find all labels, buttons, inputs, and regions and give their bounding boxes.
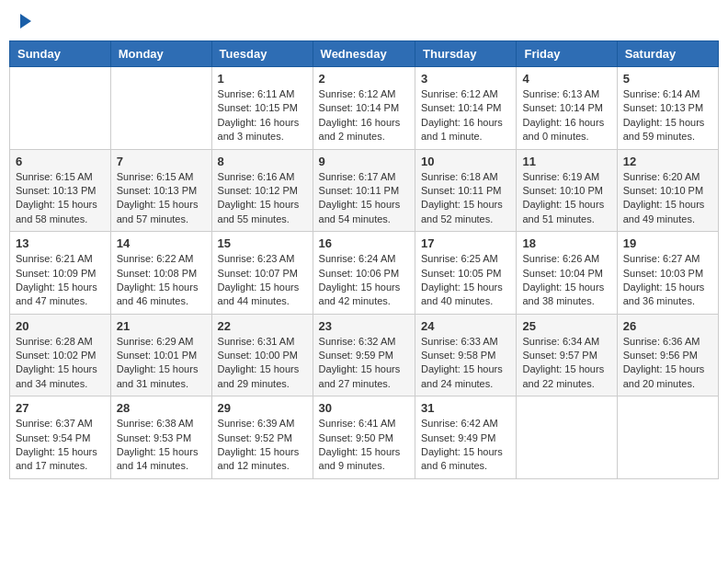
- calendar-week-row: 13Sunrise: 6:21 AM Sunset: 10:09 PM Dayl…: [10, 232, 719, 315]
- calendar-header-row: SundayMondayTuesdayWednesdayThursdayFrid…: [10, 41, 719, 67]
- calendar-cell: 21Sunrise: 6:29 AM Sunset: 10:01 PM Dayl…: [110, 314, 211, 396]
- weekday-header: Thursday: [415, 41, 517, 67]
- day-number: 21: [117, 319, 206, 333]
- calendar-cell: 15Sunrise: 6:23 AM Sunset: 10:07 PM Dayl…: [211, 232, 313, 315]
- day-info: Sunrise: 6:26 AM Sunset: 10:04 PM Daylig…: [522, 252, 610, 309]
- day-info: Sunrise: 6:13 AM Sunset: 10:14 PM Daylig…: [522, 87, 610, 144]
- day-number: 2: [319, 72, 409, 86]
- calendar-cell: 5Sunrise: 6:14 AM Sunset: 10:13 PM Dayli…: [617, 67, 718, 150]
- calendar-cell: 6Sunrise: 6:15 AM Sunset: 10:13 PM Dayli…: [10, 149, 111, 232]
- calendar-cell: 19Sunrise: 6:27 AM Sunset: 10:03 PM Dayl…: [617, 232, 718, 315]
- calendar-cell: 24Sunrise: 6:33 AM Sunset: 9:58 PM Dayli…: [415, 314, 517, 396]
- day-number: 29: [218, 401, 307, 415]
- weekday-header: Tuesday: [211, 41, 313, 67]
- logo-arrow-icon: [20, 14, 31, 29]
- calendar-cell: 16Sunrise: 6:24 AM Sunset: 10:06 PM Dayl…: [313, 232, 415, 315]
- day-number: 6: [16, 155, 105, 168]
- day-number: 10: [421, 155, 510, 168]
- calendar-cell: 4Sunrise: 6:13 AM Sunset: 10:14 PM Dayli…: [517, 67, 617, 150]
- calendar-cell: 14Sunrise: 6:22 AM Sunset: 10:08 PM Dayl…: [110, 232, 211, 315]
- calendar-cell: 13Sunrise: 6:21 AM Sunset: 10:09 PM Dayl…: [10, 232, 111, 315]
- calendar-cell: [517, 396, 617, 479]
- calendar-cell: 18Sunrise: 6:26 AM Sunset: 10:04 PM Dayl…: [517, 232, 617, 315]
- day-number: 16: [319, 236, 409, 250]
- calendar-cell: 12Sunrise: 6:20 AM Sunset: 10:10 PM Dayl…: [617, 149, 718, 232]
- calendar-cell: 9Sunrise: 6:17 AM Sunset: 10:11 PM Dayli…: [313, 149, 415, 232]
- day-number: 3: [421, 72, 510, 86]
- day-number: 11: [522, 155, 610, 168]
- calendar-cell: 31Sunrise: 6:42 AM Sunset: 9:49 PM Dayli…: [415, 396, 517, 479]
- day-info: Sunrise: 6:14 AM Sunset: 10:13 PM Daylig…: [623, 87, 712, 144]
- calendar-cell: [617, 396, 718, 479]
- day-number: 18: [522, 236, 610, 250]
- calendar-cell: 17Sunrise: 6:25 AM Sunset: 10:05 PM Dayl…: [415, 232, 517, 315]
- day-number: 7: [117, 155, 206, 168]
- day-info: Sunrise: 6:16 AM Sunset: 10:12 PM Daylig…: [218, 170, 307, 227]
- calendar-cell: [10, 67, 111, 150]
- day-info: Sunrise: 6:33 AM Sunset: 9:58 PM Dayligh…: [421, 335, 510, 392]
- day-info: Sunrise: 6:15 AM Sunset: 10:13 PM Daylig…: [16, 170, 105, 227]
- day-info: Sunrise: 6:37 AM Sunset: 9:54 PM Dayligh…: [16, 417, 105, 474]
- day-number: 26: [623, 319, 712, 333]
- calendar-cell: 22Sunrise: 6:31 AM Sunset: 10:00 PM Dayl…: [211, 314, 313, 396]
- day-info: Sunrise: 6:15 AM Sunset: 10:13 PM Daylig…: [117, 170, 206, 227]
- calendar-cell: 20Sunrise: 6:28 AM Sunset: 10:02 PM Dayl…: [10, 314, 111, 396]
- day-info: Sunrise: 6:23 AM Sunset: 10:07 PM Daylig…: [218, 252, 307, 309]
- calendar-cell: 1Sunrise: 6:11 AM Sunset: 10:15 PM Dayli…: [211, 67, 313, 150]
- day-number: 23: [319, 319, 409, 333]
- day-number: 5: [623, 72, 712, 86]
- day-number: 14: [117, 236, 206, 250]
- day-info: Sunrise: 6:22 AM Sunset: 10:08 PM Daylig…: [117, 252, 206, 309]
- weekday-header: Sunday: [10, 41, 111, 67]
- day-number: 25: [522, 319, 610, 333]
- day-number: 9: [319, 155, 409, 168]
- day-info: Sunrise: 6:28 AM Sunset: 10:02 PM Daylig…: [16, 335, 105, 392]
- weekday-header: Wednesday: [313, 41, 415, 67]
- day-number: 19: [623, 236, 712, 250]
- calendar-week-row: 1Sunrise: 6:11 AM Sunset: 10:15 PM Dayli…: [10, 67, 719, 150]
- calendar-cell: 2Sunrise: 6:12 AM Sunset: 10:14 PM Dayli…: [313, 67, 415, 150]
- day-number: 13: [16, 236, 105, 250]
- day-info: Sunrise: 6:12 AM Sunset: 10:14 PM Daylig…: [421, 87, 510, 144]
- calendar-table: SundayMondayTuesdayWednesdayThursdayFrid…: [9, 40, 719, 479]
- day-info: Sunrise: 6:27 AM Sunset: 10:03 PM Daylig…: [623, 252, 712, 309]
- weekday-header: Saturday: [617, 41, 718, 67]
- day-info: Sunrise: 6:38 AM Sunset: 9:53 PM Dayligh…: [117, 417, 206, 474]
- day-number: 22: [218, 319, 307, 333]
- day-info: Sunrise: 6:32 AM Sunset: 9:59 PM Dayligh…: [319, 335, 409, 392]
- weekday-header: Monday: [110, 41, 211, 67]
- calendar-week-row: 20Sunrise: 6:28 AM Sunset: 10:02 PM Dayl…: [10, 314, 719, 396]
- calendar-cell: 11Sunrise: 6:19 AM Sunset: 10:10 PM Dayl…: [517, 149, 617, 232]
- day-info: Sunrise: 6:39 AM Sunset: 9:52 PM Dayligh…: [218, 417, 307, 474]
- day-info: Sunrise: 6:21 AM Sunset: 10:09 PM Daylig…: [16, 252, 105, 309]
- calendar-cell: 28Sunrise: 6:38 AM Sunset: 9:53 PM Dayli…: [110, 396, 211, 479]
- calendar-cell: 29Sunrise: 6:39 AM Sunset: 9:52 PM Dayli…: [211, 396, 313, 479]
- day-info: Sunrise: 6:18 AM Sunset: 10:11 PM Daylig…: [421, 170, 510, 227]
- calendar-cell: [110, 67, 211, 150]
- day-info: Sunrise: 6:20 AM Sunset: 10:10 PM Daylig…: [623, 170, 712, 227]
- day-info: Sunrise: 6:42 AM Sunset: 9:49 PM Dayligh…: [421, 417, 510, 474]
- calendar-week-row: 6Sunrise: 6:15 AM Sunset: 10:13 PM Dayli…: [10, 149, 719, 232]
- day-number: 17: [421, 236, 510, 250]
- day-number: 1: [218, 72, 307, 86]
- calendar-cell: 10Sunrise: 6:18 AM Sunset: 10:11 PM Dayl…: [415, 149, 517, 232]
- day-info: Sunrise: 6:25 AM Sunset: 10:05 PM Daylig…: [421, 252, 510, 309]
- calendar-cell: 30Sunrise: 6:41 AM Sunset: 9:50 PM Dayli…: [313, 396, 415, 479]
- day-number: 4: [522, 72, 610, 86]
- calendar-cell: 3Sunrise: 6:12 AM Sunset: 10:14 PM Dayli…: [415, 67, 517, 150]
- day-number: 28: [117, 401, 206, 415]
- weekday-header: Friday: [517, 41, 617, 67]
- day-number: 31: [421, 401, 510, 415]
- logo: [18, 14, 31, 29]
- day-number: 20: [16, 319, 105, 333]
- day-number: 8: [218, 155, 307, 168]
- day-info: Sunrise: 6:17 AM Sunset: 10:11 PM Daylig…: [319, 170, 409, 227]
- day-info: Sunrise: 6:11 AM Sunset: 10:15 PM Daylig…: [218, 87, 307, 144]
- day-info: Sunrise: 6:29 AM Sunset: 10:01 PM Daylig…: [117, 335, 206, 392]
- day-info: Sunrise: 6:34 AM Sunset: 9:57 PM Dayligh…: [522, 335, 610, 392]
- day-number: 24: [421, 319, 510, 333]
- day-info: Sunrise: 6:31 AM Sunset: 10:00 PM Daylig…: [218, 335, 307, 392]
- calendar-cell: 8Sunrise: 6:16 AM Sunset: 10:12 PM Dayli…: [211, 149, 313, 232]
- day-info: Sunrise: 6:41 AM Sunset: 9:50 PM Dayligh…: [319, 417, 409, 474]
- day-number: 27: [16, 401, 105, 415]
